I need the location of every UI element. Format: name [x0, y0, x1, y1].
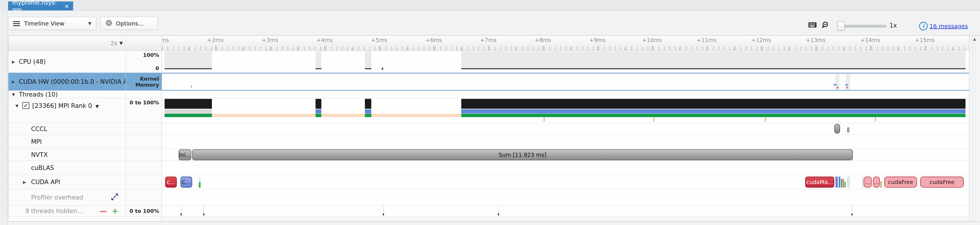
timeline-item-dark-dash[interactable]	[382, 68, 383, 70]
sidebar-row-threads-hidden[interactable]: 9 threads hidden...—+	[8, 206, 126, 217]
row-label-cuda-api: CUDA API	[31, 179, 60, 185]
timeline-item-hw-dot[interactable]	[191, 85, 192, 87]
timeline-item-cpu-block[interactable]	[315, 51, 321, 69]
expand-row-icon[interactable]	[111, 193, 118, 201]
timeline-item-chip-red[interactable]: cudaMa...	[805, 177, 834, 188]
timeline-item-tick-blue[interactable]	[838, 177, 840, 188]
show-thread-button[interactable]: +	[112, 207, 118, 215]
timeline-item-tick-orange[interactable]	[875, 117, 876, 122]
timeline-item-hid-tick[interactable]	[851, 206, 853, 215]
timeline-item-seg-black[interactable]	[315, 99, 321, 109]
timeline-item-chip-pink[interactable]: ...	[873, 177, 880, 188]
timeline-item-chip-gray[interactable]: Ini...	[178, 149, 191, 160]
zoom-slider-track[interactable]	[838, 25, 886, 27]
timeline-item-hw-blue[interactable]	[845, 84, 848, 86]
timeline-item-tick-orange[interactable]	[765, 117, 766, 122]
sidebar-row-profiler-overhead[interactable]: Profiler overhead	[8, 189, 126, 206]
timeline-item-seg-blue[interactable]	[315, 109, 321, 113]
expand-arrow-icon[interactable]: ▶	[12, 59, 15, 64]
sidebar-row-filler[interactable]	[8, 217, 126, 221]
timeline-item-cpu-block[interactable]	[365, 51, 371, 69]
sidebar-row-mpi[interactable]: MPI	[8, 135, 126, 149]
scale-selector[interactable]: 2s ▼	[8, 36, 126, 51]
timeline-item-hw-blue[interactable]	[834, 84, 837, 86]
timeline-row-cccl[interactable]	[162, 123, 969, 135]
visibility-checkbox[interactable]: ✓	[22, 102, 29, 109]
timeline-item-tick-orange[interactable]	[544, 117, 544, 122]
timeline-item-seg-green[interactable]	[165, 114, 212, 117]
scrollbar-up-arrow[interactable]: ▲	[969, 37, 980, 41]
timeline-row-mpi-rank[interactable]	[162, 98, 969, 123]
timeline-item-gray-tick[interactable]	[847, 127, 850, 133]
sidebar-row-cuda-hw[interactable]: ▶CUDA HW (0000:00:1b.0 - NVIDIA A	[8, 73, 126, 91]
options-button[interactable]: Options...	[100, 17, 158, 30]
timeline-item-tick-green2[interactable]	[841, 179, 842, 188]
messages-link[interactable]: 16 messages	[929, 23, 968, 30]
timeline-item-tick-light[interactable]	[847, 177, 850, 188]
sidebar-row-threads[interactable]: ▼Threads (10)	[8, 91, 126, 98]
timeline-item-chip-pink[interactable]: ...	[864, 177, 872, 188]
timeline-item-blob[interactable]	[834, 124, 840, 134]
timeline-item-hid-tick[interactable]	[203, 206, 204, 215]
timeline-item-seg-blue[interactable]	[365, 109, 371, 113]
timeline-item-seg-black[interactable]	[165, 99, 212, 109]
timeline-item-hid-tick[interactable]	[181, 206, 182, 215]
timeline-item-seg-black[interactable]	[365, 99, 371, 109]
timeline-item-chip-red[interactable]: c...	[165, 177, 177, 188]
timeline-row-profiler-overhead[interactable]	[162, 189, 969, 206]
time-ruler[interactable]: +1ms+2ms+3ms+4ms+5ms+6ms+7ms+8ms+9ms+10m…	[162, 36, 969, 51]
timeline-item-chip-gray[interactable]: Sum [11.923 ms]	[192, 149, 853, 160]
timeline-item-tick-light[interactable]	[862, 177, 863, 188]
timeline-item-hw-red[interactable]	[837, 87, 838, 89]
collapse-arrow-icon[interactable]: ▼	[12, 92, 15, 97]
timeline-item-seg-black[interactable]	[461, 99, 966, 109]
vertical-scrollbar[interactable]: ▲	[969, 36, 980, 221]
timeline-item-seg-blue[interactable]	[461, 109, 966, 113]
timeline-row-cublas[interactable]	[162, 161, 969, 175]
sidebar-row-mpi-rank[interactable]: ▼✓[23366] MPI Rank 0▼	[8, 98, 126, 123]
timeline-item-tick-blue[interactable]	[835, 177, 838, 188]
timeline-item-cpu-block[interactable]	[461, 51, 966, 69]
timeline-item-seg-green[interactable]	[365, 114, 371, 117]
sidebar-row-cublas[interactable]: cuBLAS	[8, 161, 126, 175]
sidebar-row-cuda-api[interactable]: ▶CUDA API	[8, 175, 126, 189]
timeline-item-seg-green[interactable]	[461, 114, 966, 117]
timeline-item-tick-green2[interactable]	[845, 182, 846, 188]
timeline-row-filler[interactable]	[162, 217, 969, 221]
timeline-item-hw-red[interactable]	[846, 87, 848, 89]
timeline-item-chip-pink[interactable]: cudaFree	[920, 177, 964, 188]
timeline-row-nvtx[interactable]: Ini...Sum [11.923 ms]	[162, 149, 969, 161]
chevron-down-icon[interactable]: ▼	[95, 104, 99, 109]
expand-arrow-icon[interactable]: ▶	[23, 180, 26, 184]
timeline-item-hid-tick[interactable]	[383, 206, 384, 215]
timeline-row-cuda-api[interactable]: c...C...cudaMa.........cudaFreecudaFree	[162, 175, 969, 189]
sidebar-row-cccl[interactable]: CCCL	[8, 123, 126, 135]
expand-arrow-icon[interactable]: ▶	[12, 79, 15, 84]
tab-close-icon[interactable]: ×	[64, 3, 69, 9]
timeline-item-seg-gray[interactable]	[165, 109, 212, 113]
timeline-row-threads-hidden[interactable]	[162, 206, 969, 217]
sidebar-row-cpu[interactable]: ▶CPU (48)	[8, 51, 126, 73]
timeline-item-cpu-block[interactable]	[165, 51, 212, 69]
zoom-out-icon[interactable]	[821, 21, 830, 31]
timeline-item-tick-green[interactable]	[199, 178, 200, 188]
timeline-item-chip-blue[interactable]: C...	[181, 177, 192, 188]
zoom-slider-handle[interactable]	[837, 21, 845, 31]
timeline-row-threads[interactable]	[162, 91, 969, 98]
timeline-item-seg-green[interactable]	[315, 114, 321, 117]
timeline-item-tick-orange[interactable]	[654, 117, 654, 122]
tab-myprofile[interactable]: myprofile.nsys-rep ×	[8, 2, 73, 10]
keyboard-shortcuts-icon[interactable]	[808, 21, 817, 30]
sidebar-row-nvtx[interactable]: NVTX	[8, 149, 126, 161]
timeline-item-tick-red[interactable]	[843, 179, 844, 188]
timeline-item-seg-peach[interactable]	[212, 114, 461, 117]
timeline-row-cuda-hw[interactable]	[162, 73, 969, 91]
timeline-item-chip-pink[interactable]: cudaFree	[884, 177, 917, 188]
timeline-item-hid-tick[interactable]	[498, 206, 499, 215]
collapse-arrow-icon[interactable]: ▼	[15, 103, 19, 108]
timeline-item-tick-olive[interactable]	[880, 181, 881, 188]
view-selector-button[interactable]: Timeline View ▼	[8, 17, 96, 30]
timeline-row-mpi[interactable]	[162, 135, 969, 149]
timeline-row-cpu[interactable]	[162, 51, 969, 73]
hide-thread-button[interactable]: —	[100, 207, 107, 215]
